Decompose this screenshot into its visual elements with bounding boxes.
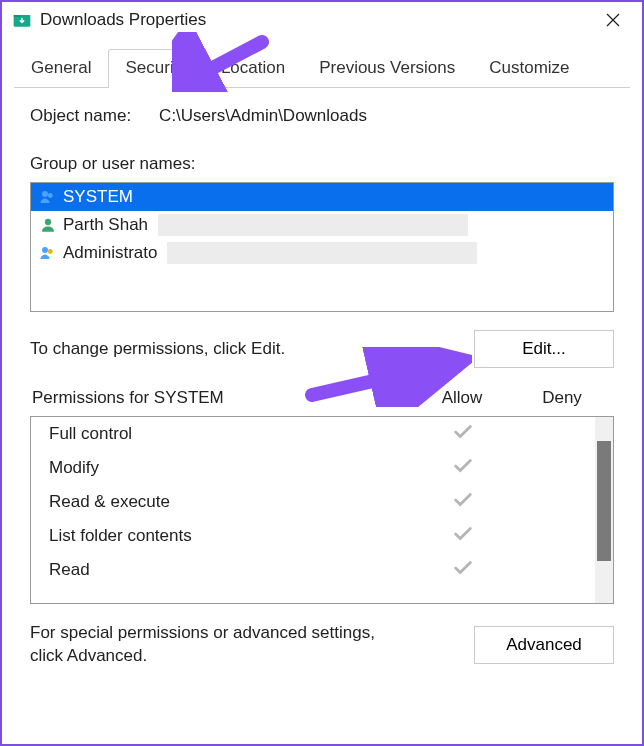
tab-previous-versions[interactable]: Previous Versions (302, 49, 472, 88)
user-row-administrators[interactable]: Administrato (31, 239, 613, 267)
svg-point-4 (42, 247, 48, 253)
advanced-button[interactable]: Advanced (474, 626, 614, 664)
svg-point-1 (42, 191, 48, 197)
permission-row: Modify (31, 451, 613, 485)
user-row-label: SYSTEM (63, 187, 133, 207)
permission-row: Full control (31, 417, 613, 451)
check-icon (413, 489, 513, 516)
scrollbar[interactable] (595, 417, 613, 603)
user-row-system[interactable]: SYSTEM (31, 183, 613, 211)
permission-name: Read (49, 560, 413, 580)
user-row-label: Administrato (63, 243, 157, 263)
user-row-label: Parth Shah (63, 215, 148, 235)
window-title: Downloads Properties (40, 10, 206, 30)
permission-name: List folder contents (49, 526, 413, 546)
permission-name: Full control (49, 424, 413, 444)
group-users-label: Group or user names: (30, 154, 614, 174)
permissions-listbox[interactable]: Full control Modify Read & execute List … (30, 416, 614, 604)
object-name-value: C:\Users\Admin\Downloads (159, 106, 367, 126)
svg-point-2 (48, 193, 53, 198)
permission-name: Read & execute (49, 492, 413, 512)
check-icon (413, 421, 513, 448)
svg-point-5 (48, 249, 53, 254)
close-button[interactable] (590, 2, 636, 38)
check-icon (413, 557, 513, 584)
permissions-col-deny: Deny (512, 388, 612, 408)
scrollbar-thumb[interactable] (597, 441, 611, 561)
group-users-listbox[interactable]: SYSTEM Parth Shah Administrato (30, 182, 614, 312)
object-name-row: Object name: C:\Users\Admin\Downloads (30, 106, 614, 126)
tab-content-security: Object name: C:\Users\Admin\Downloads Gr… (2, 88, 642, 668)
user-row-parth[interactable]: Parth Shah (31, 211, 613, 239)
tab-general[interactable]: General (14, 49, 108, 88)
redacted-block (167, 242, 477, 264)
permission-row: Read (31, 553, 613, 587)
permission-row: Read & execute (31, 485, 613, 519)
check-icon (413, 455, 513, 482)
edit-button[interactable]: Edit... (474, 330, 614, 368)
permissions-header: Permissions for SYSTEM Allow Deny (30, 388, 614, 416)
check-icon (413, 523, 513, 550)
title-bar: Downloads Properties (2, 2, 642, 38)
object-name-label: Object name: (30, 106, 131, 126)
group-icon (39, 244, 57, 262)
edit-hint-text: To change permissions, click Edit. (30, 339, 285, 359)
svg-point-3 (45, 219, 51, 225)
tab-strip: General Security Location Previous Versi… (14, 46, 630, 88)
folder-download-icon (12, 10, 32, 30)
group-icon (39, 188, 57, 206)
tab-location[interactable]: Location (204, 49, 302, 88)
user-icon (39, 216, 57, 234)
permission-name: Modify (49, 458, 413, 478)
tab-customize[interactable]: Customize (472, 49, 586, 88)
permissions-col-allow: Allow (412, 388, 512, 408)
tab-security[interactable]: Security (108, 49, 203, 88)
permissions-for-label: Permissions for SYSTEM (32, 388, 412, 408)
redacted-block (158, 214, 468, 236)
permission-row: List folder contents (31, 519, 613, 553)
advanced-hint-text: For special permissions or advanced sett… (30, 622, 410, 668)
